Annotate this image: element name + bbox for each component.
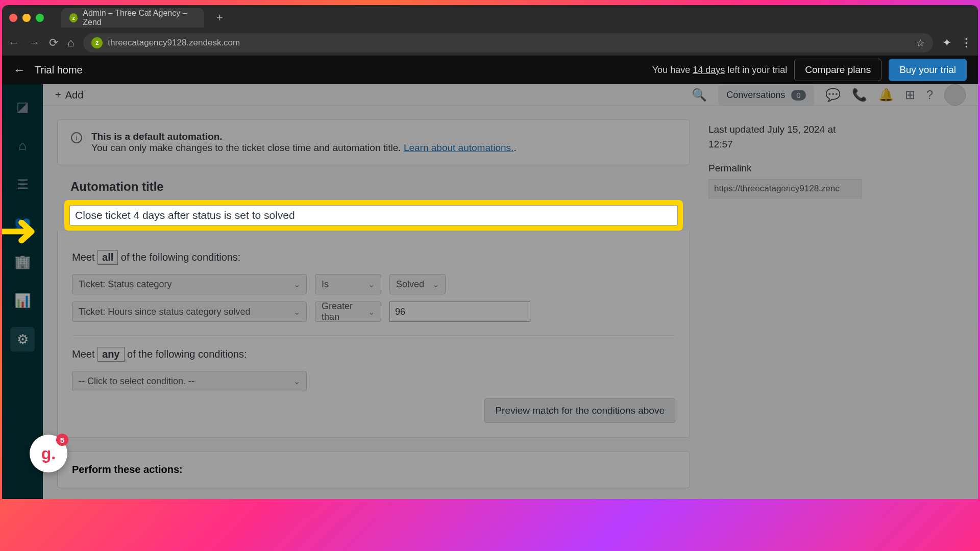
trial-banner: ← Trial home You have 14 days left in yo…: [2, 56, 978, 84]
reload-icon[interactable]: ⟳: [49, 36, 58, 49]
condition-field-select[interactable]: Ticket: Status category: [72, 274, 307, 294]
address-bar[interactable]: z threecatagency9128.zendesk.com ☆: [83, 33, 933, 53]
bookmark-star-icon[interactable]: ☆: [916, 37, 925, 49]
browser-toolbar: ← → ⟳ ⌂ z threecatagency9128.zendesk.com…: [2, 30, 978, 56]
condition-operator-select[interactable]: Is: [315, 274, 381, 294]
condition-operator-select[interactable]: Greater than: [315, 302, 381, 322]
bell-icon[interactable]: 🔔: [878, 88, 894, 102]
back-arrow-icon[interactable]: ←: [13, 63, 26, 77]
info-icon: i: [71, 132, 82, 143]
preview-match-button[interactable]: Preview match for the conditions above: [484, 398, 675, 423]
divider: [72, 335, 675, 336]
actions-heading: Perform these actions:: [72, 464, 675, 475]
nav-forward-icon[interactable]: →: [29, 36, 40, 49]
buy-trial-button[interactable]: Buy your trial: [889, 59, 967, 81]
badge-count: 5: [56, 434, 68, 446]
phone-icon[interactable]: 📞: [852, 88, 867, 102]
extensions-icon[interactable]: ✦: [942, 36, 951, 49]
page-toolbar: + Add 🔍 Conversations 0 💬 📞 🔔 ⊞ ?: [43, 84, 978, 106]
automation-title-heading: Automation title: [70, 180, 690, 194]
user-avatar[interactable]: [944, 84, 966, 106]
meet-any-label: Meet any of the following conditions:: [72, 347, 675, 362]
info-banner: i This is a default automation. You can …: [57, 119, 690, 165]
browser-tab[interactable]: z Admin – Three Cat Agency – Zend: [61, 8, 204, 28]
minimize-window-icon[interactable]: [22, 14, 31, 22]
trial-message: You have 14 days left in your trial: [652, 65, 788, 76]
condition-row: -- Click to select condition. --: [72, 371, 675, 391]
last-updated: Last updated July 15, 2024 at 12:57: [708, 122, 862, 152]
trial-days[interactable]: 14 days: [693, 65, 725, 75]
trial-home-link[interactable]: Trial home: [35, 64, 83, 76]
info-line1: This is a default automation.: [91, 131, 517, 142]
condition-field-select[interactable]: Ticket: Hours since status category solv…: [72, 302, 307, 322]
close-window-icon[interactable]: [9, 14, 17, 22]
compare-plans-button[interactable]: Compare plans: [794, 59, 881, 81]
badge-logo-icon: g.: [41, 444, 56, 463]
site-favicon-icon: z: [91, 37, 103, 48]
info-line2: You can only make changes to the ticket …: [91, 142, 517, 154]
metadata-sidebar: Last updated July 15, 2024 at 12:57 Perm…: [708, 119, 862, 488]
url-text: threecatagency9128.zendesk.com: [108, 38, 240, 48]
browser-menu-icon[interactable]: ⋮: [961, 36, 972, 49]
apps-grid-icon[interactable]: ⊞: [905, 88, 915, 102]
learn-automations-link[interactable]: Learn about automations.: [404, 142, 514, 153]
nav-customers-icon[interactable]: 👥: [10, 211, 35, 235]
conditions-block: Meet all of the following conditions: Ti…: [57, 231, 690, 438]
permalink-label: Permalink: [708, 163, 862, 174]
conversations-count: 0: [791, 90, 805, 101]
conversations-pill[interactable]: Conversations 0: [718, 85, 814, 106]
actions-block: Perform these actions:: [57, 451, 690, 488]
condition-placeholder-select[interactable]: -- Click to select condition. --: [72, 371, 307, 391]
search-icon[interactable]: 🔍: [692, 88, 707, 102]
nav-reports-icon[interactable]: 📊: [10, 288, 35, 313]
floating-help-badge[interactable]: g. 5: [30, 435, 67, 472]
nav-home-icon[interactable]: ⌂: [10, 133, 35, 158]
permalink-url[interactable]: https://threecatagency9128.zenc: [708, 179, 862, 198]
condition-value-input[interactable]: [389, 302, 530, 322]
condition-row: Ticket: Status category Is Solved: [72, 274, 675, 294]
condition-value-select[interactable]: Solved: [389, 274, 446, 294]
all-qualifier: all: [97, 250, 118, 265]
nav-admin-icon[interactable]: ⚙: [10, 327, 35, 352]
meet-all-label: Meet all of the following conditions:: [72, 250, 675, 265]
nav-org-icon[interactable]: 🏢: [10, 249, 35, 274]
title-highlight-box: [64, 200, 683, 231]
tab-title: Admin – Three Cat Agency – Zend: [83, 9, 196, 27]
nav-dashboard-icon[interactable]: ◪: [10, 94, 35, 119]
plus-icon: +: [55, 89, 61, 101]
nav-views-icon[interactable]: ☰: [10, 172, 35, 196]
help-icon[interactable]: ?: [926, 88, 933, 102]
left-nav-rail: ◪ ⌂ ☰ 👥 🏢 📊 ⚙: [2, 84, 43, 499]
new-tab-button[interactable]: +: [216, 11, 223, 24]
add-button[interactable]: + Add: [55, 89, 83, 101]
any-qualifier: any: [97, 347, 124, 362]
automation-title-input[interactable]: [69, 205, 678, 226]
nav-back-icon[interactable]: ←: [8, 36, 19, 49]
chat-icon[interactable]: 💬: [825, 88, 841, 102]
zendesk-favicon-icon: z: [69, 13, 78, 22]
maximize-window-icon[interactable]: [36, 14, 44, 22]
home-icon[interactable]: ⌂: [67, 36, 74, 49]
condition-row: Ticket: Hours since status category solv…: [72, 302, 675, 322]
window-titlebar: z Admin – Three Cat Agency – Zend +: [2, 5, 978, 30]
